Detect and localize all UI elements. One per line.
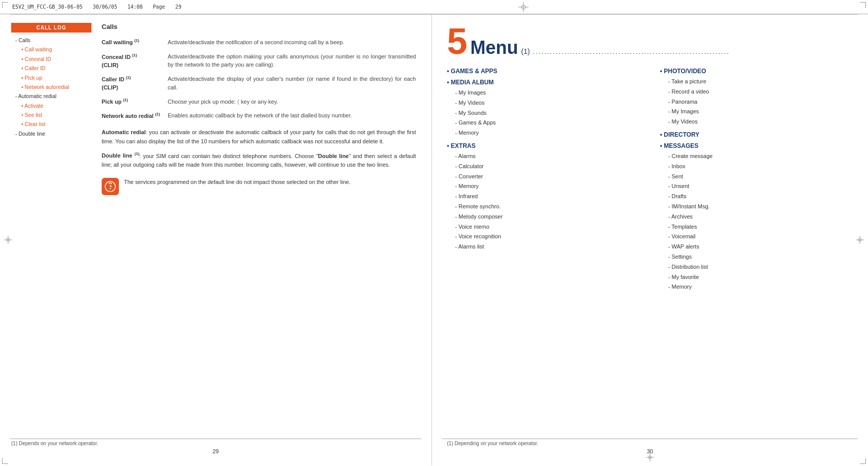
warning-icon [105,181,116,192]
menu-category-media-album: • MEDIA ALBUM [447,79,645,86]
menu-item-create-message: - Create message [668,151,858,162]
left-main-content: Calls Call waiting (1) Activate/deactiva… [102,23,421,195]
menu-item-templates: - Templates [668,222,858,232]
page-left: CALL LOG - Calls • Call waiting • Concea… [0,15,432,465]
note-icon [102,178,119,195]
menu-item-archives: - Archives [668,212,858,222]
left-page-number: 29 [212,448,219,454]
menu-item-my-images-photo: - My Images [668,107,858,117]
sidebar-item-activate: • Activate [21,101,87,110]
left-footnote: (1) Depends on your network operator. [11,441,98,446]
menu-item-memory-extras: - Memory [455,181,645,192]
menu-category-directory: • DIRECTORY [660,131,858,138]
sidebar-item-calls: - Calls [15,36,87,45]
sidebar-item-see-list: • See list [21,110,87,119]
menu-item-my-favorite: - My favorite [668,272,858,283]
menu-item-calculator: - Calculator [455,162,645,172]
crosshair-top [518,2,529,12]
menu-item-voicemail: - Voicemail [668,232,858,242]
sidebar-item-network-autoredial: • Network autoredial [21,82,87,91]
menu-columns: • GAMES & APPS • MEDIA ALBUM - My Images… [447,68,858,292]
menu-item-melody-composer: - Melody composer [455,212,645,222]
menu-item-games-apps-sub: - Games & Apps [455,118,645,128]
term-desc-pick-up: Choose your pick up mode: 〈 key or any k… [168,96,416,110]
sidebar-item-caller-id: • Caller ID [21,64,87,73]
menu-item-take-picture: - Take a picture [668,77,858,87]
menu-item-panorama: - Panorama [668,97,858,107]
menu-item-my-videos-photo: - My Videos [668,117,858,127]
body-para-auto-redial: Automatic redial: you can activate or de… [102,128,416,146]
sidebar-item-automatic-redial: - Automatic redial [15,91,87,101]
file-info: E5V2_UM_FCC-GB_30-06-05 [12,4,82,10]
note-text: The services programmed on the default l… [124,178,351,187]
menu-item-infrared: - Infrared [455,192,645,202]
menu-category-messages: • MESSAGES [660,142,858,149]
menu-item-settings: - Settings [668,252,858,262]
crosshair-right [856,236,864,245]
term-desc-call-waiting: Activate/deactivate the notification of … [168,37,416,51]
svg-point-7 [110,188,111,189]
menu-item-unsent: - Unsent [668,181,858,192]
term-row-conceal-id: Conceal ID (1)(CLIR) Activate/deactivate… [102,51,416,74]
sidebar-content: - Calls • Call waiting • Conceal ID • Ca… [11,33,91,141]
term-row-call-waiting: Call waiting (1) Activate/deactivate the… [102,37,416,51]
menu-item-remote-synchro: - Remote synchro. [455,202,645,212]
header-page-label: Page [153,4,165,10]
menu-item-voice-memo: - Voice memo [455,222,645,232]
menu-category-photo-video: • PHOTO/VIDEO [660,68,858,75]
call-log-sidebar: CALL LOG - Calls • Call waiting • Concea… [11,23,91,141]
menu-col-right: • PHOTO/VIDEO - Take a picture - Record … [660,68,858,292]
term-desc-caller-id: Activate/deactivate the display of your … [168,73,416,96]
call-log-title: CALL LOG [11,23,91,33]
sidebar-item-call-waiting: • Call waiting [21,45,87,54]
term-row-pick-up: Pick up (1) Choose your pick up mode: 〈 … [102,96,416,110]
menu-item-distribution-list: - Distribution list [668,262,858,272]
menu-item-wap-alerts: - WAP alerts [668,242,858,252]
right-footnote: (1) Depending on your network operator. [447,441,539,446]
page-right: 5 Menu (1) .............................… [432,15,869,465]
term-desc-network-auto-redial: Enables automatic callback by the networ… [168,110,416,124]
menu-item-voice-recognition: - Voice recognition [455,232,645,242]
header-bar: E5V2_UM_FCC-GB_30-06-05 30/06/05 14:08 P… [0,0,868,14]
sidebar-item-pick-up: • Pick up [21,73,87,82]
menu-number: 5 [447,23,468,59]
menu-item-record-video: - Record a video [668,87,858,97]
menu-item-inbox: - Inbox [668,162,858,172]
term-row-caller-id: Caller ID (1)(CLIP) Activate/deactivate … [102,73,416,96]
header-time: 14:08 [128,4,143,10]
term-name-conceal-id: Conceal ID (1)(CLIR) [102,51,168,74]
menu-item-alarms: - Alarms [455,151,645,162]
note-box: The services programmed on the default l… [102,178,416,195]
menu-title-word: Menu [471,37,518,58]
menu-category-extras: • EXTRAS [447,142,645,149]
sidebar-item-clear-list: • Clear list [21,119,87,129]
menu-item-converter: - Converter [455,172,645,182]
menu-col-left: • GAMES & APPS • MEDIA ALBUM - My Images… [447,68,645,292]
term-name-call-waiting: Call waiting (1) [102,37,168,51]
menu-item-drafts: - Drafts [668,192,858,202]
header-page-num: 29 [175,4,181,10]
term-name-caller-id: Caller ID (1)(CLIP) [102,73,168,96]
menu-item-memory-media: - Memory [455,128,645,138]
terms-table: Call waiting (1) Activate/deactivate the… [102,37,416,124]
menu-item-im-instant: - IM/Instant Msg. [668,202,858,212]
header-date: 30/06/05 [92,4,117,10]
menu-item-alarms-list: - Alarms list [455,242,645,252]
term-name-pick-up: Pick up (1) [102,96,168,110]
menu-item-my-images: - My Images [455,88,645,98]
crosshair-left [4,236,12,245]
menu-superscript: (1) [521,47,530,55]
term-desc-conceal-id: Activate/deactivate the option making yo… [168,51,416,74]
body-para-double-line: Double line (1): your SIM card can conta… [102,151,416,170]
sidebar-item-double-line: - Double line [15,129,87,138]
menu-category-games-apps: • GAMES & APPS [447,68,645,75]
term-row-network-auto-redial: Network auto redial (1) Enables automati… [102,110,416,124]
menu-dots: ........................................… [533,48,858,55]
menu-item-memory-msg: - Memory [668,282,858,292]
menu-header: 5 Menu (1) .............................… [447,23,858,59]
menu-item-my-videos: - My Videos [455,98,645,108]
term-name-network-auto-redial: Network auto redial (1) [102,110,168,124]
sidebar-item-conceal-id: • Conceal ID [21,54,87,64]
menu-item-my-sounds: - My Sounds [455,108,645,118]
crosshair-bottom [646,453,654,462]
